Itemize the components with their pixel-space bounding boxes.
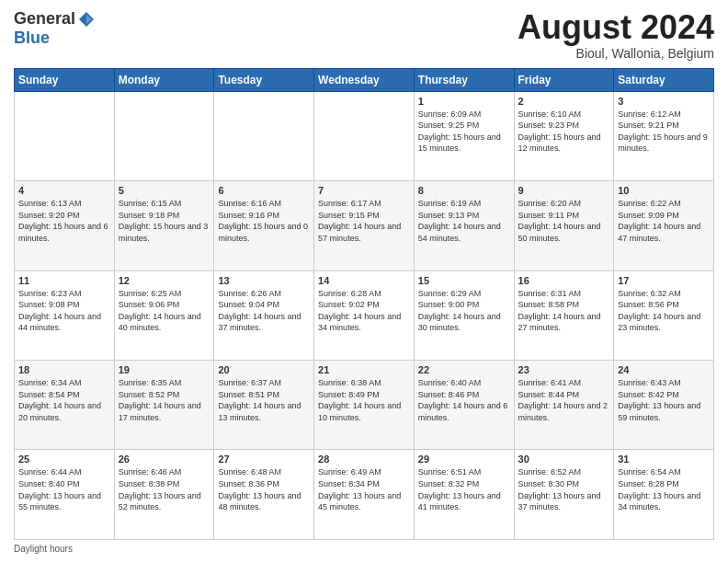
table-row: 10Sunrise: 6:22 AMSunset: 9:09 PMDayligh…: [614, 181, 714, 270]
table-row: 15Sunrise: 6:29 AMSunset: 9:00 PMDayligh…: [414, 270, 514, 360]
day-info: Sunrise: 6:29 AMSunset: 9:00 PMDaylight:…: [418, 288, 510, 334]
day-number: 2: [518, 96, 610, 107]
table-row: 2Sunrise: 6:10 AMSunset: 9:23 PMDaylight…: [514, 91, 614, 180]
col-monday: Monday: [114, 68, 214, 91]
day-info: Sunrise: 6:44 AMSunset: 8:40 PMDaylight:…: [18, 466, 110, 512]
day-number: 3: [618, 96, 710, 107]
table-row: 16Sunrise: 6:31 AMSunset: 8:58 PMDayligh…: [514, 270, 614, 360]
table-row: 7Sunrise: 6:17 AMSunset: 9:15 PMDaylight…: [314, 181, 415, 270]
day-info: Sunrise: 6:10 AMSunset: 9:23 PMDaylight:…: [518, 109, 610, 155]
day-number: 20: [218, 364, 310, 375]
table-row: 19Sunrise: 6:35 AMSunset: 8:52 PMDayligh…: [114, 361, 214, 450]
footer-note: Daylight hours: [14, 544, 714, 554]
day-number: 11: [18, 275, 110, 286]
day-number: 24: [618, 364, 710, 375]
day-number: 15: [418, 275, 510, 286]
week-row-4: 18Sunrise: 6:34 AMSunset: 8:54 PMDayligh…: [15, 361, 714, 450]
table-row: [15, 91, 115, 180]
col-wednesday: Wednesday: [314, 68, 415, 91]
title-section: August 2024 Bioul, Wallonia, Belgium: [518, 9, 714, 61]
day-number: 17: [618, 275, 710, 286]
month-title: August 2024: [518, 9, 714, 46]
calendar-table: Sunday Monday Tuesday Wednesday Thursday…: [14, 68, 714, 540]
day-number: 27: [218, 454, 310, 465]
day-info: Sunrise: 6:35 AMSunset: 8:52 PMDaylight:…: [119, 377, 210, 423]
day-info: Sunrise: 6:54 AMSunset: 8:28 PMDaylight:…: [618, 466, 710, 512]
day-number: 6: [218, 185, 310, 196]
day-info: Sunrise: 6:13 AMSunset: 9:20 PMDaylight:…: [18, 198, 110, 244]
table-row: 26Sunrise: 6:46 AMSunset: 8:38 PMDayligh…: [114, 450, 214, 540]
week-row-1: 1Sunrise: 6:09 AMSunset: 9:25 PMDaylight…: [15, 91, 714, 180]
day-info: Sunrise: 6:43 AMSunset: 8:42 PMDaylight:…: [618, 377, 710, 423]
day-number: 26: [119, 454, 210, 465]
table-row: 28Sunrise: 6:49 AMSunset: 8:34 PMDayligh…: [314, 450, 415, 540]
day-number: 1: [418, 96, 510, 107]
col-thursday: Thursday: [414, 68, 514, 91]
day-number: 14: [318, 275, 410, 286]
day-info: Sunrise: 6:09 AMSunset: 9:25 PMDaylight:…: [418, 109, 510, 155]
header: General Blue August 2024 Bioul, Wallonia…: [14, 9, 714, 61]
day-info: Sunrise: 6:46 AMSunset: 8:38 PMDaylight:…: [119, 466, 210, 512]
day-info: Sunrise: 6:48 AMSunset: 8:36 PMDaylight:…: [218, 466, 310, 512]
day-number: 7: [318, 185, 410, 196]
table-row: 25Sunrise: 6:44 AMSunset: 8:40 PMDayligh…: [15, 450, 115, 540]
day-info: Sunrise: 6:12 AMSunset: 9:21 PMDaylight:…: [618, 109, 710, 155]
table-row: 31Sunrise: 6:54 AMSunset: 8:28 PMDayligh…: [614, 450, 714, 540]
table-row: [314, 91, 415, 180]
day-info: Sunrise: 6:49 AMSunset: 8:34 PMDaylight:…: [318, 466, 410, 512]
week-row-2: 4Sunrise: 6:13 AMSunset: 9:20 PMDaylight…: [15, 181, 714, 270]
day-number: 21: [318, 364, 410, 375]
logo: General Blue: [14, 9, 96, 48]
day-info: Sunrise: 6:16 AMSunset: 9:16 PMDaylight:…: [218, 198, 310, 244]
day-info: Sunrise: 6:37 AMSunset: 8:51 PMDaylight:…: [218, 377, 310, 423]
table-row: 21Sunrise: 6:38 AMSunset: 8:49 PMDayligh…: [314, 361, 415, 450]
day-number: 22: [418, 364, 510, 375]
table-row: 9Sunrise: 6:20 AMSunset: 9:11 PMDaylight…: [514, 181, 614, 270]
table-row: 22Sunrise: 6:40 AMSunset: 8:46 PMDayligh…: [414, 361, 514, 450]
table-row: 3Sunrise: 6:12 AMSunset: 9:21 PMDaylight…: [614, 91, 714, 180]
day-info: Sunrise: 6:22 AMSunset: 9:09 PMDaylight:…: [618, 198, 710, 244]
day-info: Sunrise: 6:40 AMSunset: 8:46 PMDaylight:…: [418, 377, 510, 423]
day-info: Sunrise: 6:15 AMSunset: 9:18 PMDaylight:…: [119, 198, 210, 244]
table-row: 13Sunrise: 6:26 AMSunset: 9:04 PMDayligh…: [214, 270, 314, 360]
table-row: 20Sunrise: 6:37 AMSunset: 8:51 PMDayligh…: [214, 361, 314, 450]
table-row: 27Sunrise: 6:48 AMSunset: 8:36 PMDayligh…: [214, 450, 314, 540]
table-row: 14Sunrise: 6:28 AMSunset: 9:02 PMDayligh…: [314, 270, 415, 360]
col-sunday: Sunday: [15, 68, 115, 91]
day-number: 13: [218, 275, 310, 286]
day-info: Sunrise: 6:28 AMSunset: 9:02 PMDaylight:…: [318, 288, 410, 334]
day-number: 12: [119, 275, 210, 286]
day-info: Sunrise: 6:19 AMSunset: 9:13 PMDaylight:…: [418, 198, 510, 244]
table-row: 12Sunrise: 6:25 AMSunset: 9:06 PMDayligh…: [114, 270, 214, 360]
day-info: Sunrise: 6:26 AMSunset: 9:04 PMDaylight:…: [218, 288, 310, 334]
table-row: 6Sunrise: 6:16 AMSunset: 9:16 PMDaylight…: [214, 181, 314, 270]
day-number: 31: [618, 454, 710, 465]
day-number: 4: [18, 185, 110, 196]
day-number: 16: [518, 275, 610, 286]
logo-icon: [77, 10, 96, 29]
table-row: [214, 91, 314, 180]
day-number: 10: [618, 185, 710, 196]
week-row-3: 11Sunrise: 6:23 AMSunset: 9:08 PMDayligh…: [15, 270, 714, 360]
col-friday: Friday: [514, 68, 614, 91]
day-number: 8: [418, 185, 510, 196]
header-row: Sunday Monday Tuesday Wednesday Thursday…: [15, 68, 714, 91]
calendar: Sunday Monday Tuesday Wednesday Thursday…: [14, 68, 714, 554]
day-number: 25: [18, 454, 110, 465]
day-info: Sunrise: 6:52 AMSunset: 8:30 PMDaylight:…: [518, 466, 610, 512]
day-info: Sunrise: 6:38 AMSunset: 8:49 PMDaylight:…: [318, 377, 410, 423]
col-tuesday: Tuesday: [214, 68, 314, 91]
table-row: 29Sunrise: 6:51 AMSunset: 8:32 PMDayligh…: [414, 450, 514, 540]
table-row: [114, 91, 214, 180]
day-number: 30: [518, 454, 610, 465]
day-number: 23: [518, 364, 610, 375]
table-row: 5Sunrise: 6:15 AMSunset: 9:18 PMDaylight…: [114, 181, 214, 270]
day-number: 19: [119, 364, 210, 375]
day-info: Sunrise: 6:34 AMSunset: 8:54 PMDaylight:…: [18, 377, 110, 423]
table-row: 1Sunrise: 6:09 AMSunset: 9:25 PMDaylight…: [414, 91, 514, 180]
day-info: Sunrise: 6:31 AMSunset: 8:58 PMDaylight:…: [518, 288, 610, 334]
table-row: 11Sunrise: 6:23 AMSunset: 9:08 PMDayligh…: [15, 270, 115, 360]
day-info: Sunrise: 6:51 AMSunset: 8:32 PMDaylight:…: [418, 466, 510, 512]
table-row: 18Sunrise: 6:34 AMSunset: 8:54 PMDayligh…: [15, 361, 115, 450]
table-row: 23Sunrise: 6:41 AMSunset: 8:44 PMDayligh…: [514, 361, 614, 450]
